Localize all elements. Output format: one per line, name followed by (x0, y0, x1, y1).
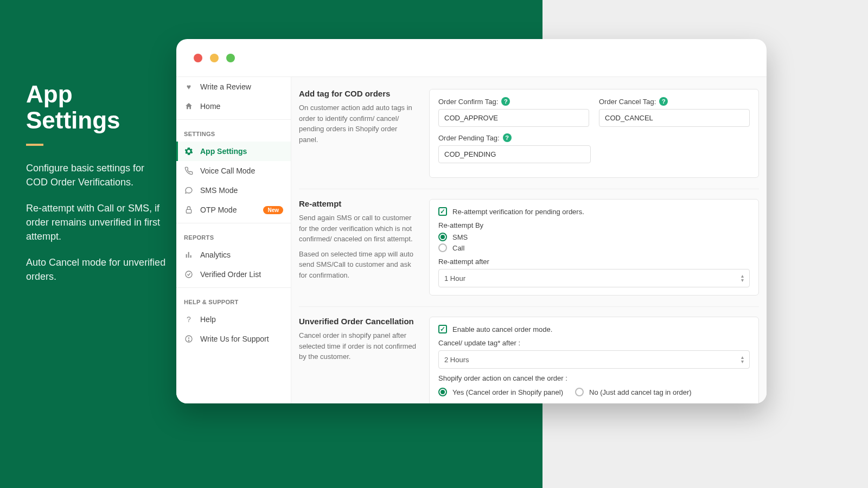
reattempt-by-label: Re-attempt By (438, 221, 750, 229)
reattempt-desc1: Send again SMS or call to customer for t… (299, 213, 418, 245)
nav-voice-call[interactable]: Voice Call Mode (176, 161, 291, 181)
radio-icon (438, 233, 447, 241)
radio-icon (438, 388, 447, 396)
hero-underline (26, 144, 43, 146)
heart-icon: ♥ (184, 82, 194, 92)
gear-icon (184, 146, 194, 156)
cancel-action-yes[interactable]: Yes (Cancel order in Shopify panel) (438, 388, 563, 396)
nav-verified-list[interactable]: Verified Order List (176, 265, 291, 284)
badge-new: New (263, 206, 283, 214)
section-tags: Add tag for COD orders On customer actio… (299, 82, 759, 189)
section-settings-title: SETTINGS (176, 123, 291, 142)
checkbox-icon (438, 325, 447, 333)
pending-tag-label: Order Pending Tag: ? (438, 133, 591, 142)
cancel-tag-label: Order Cancel Tag: ? (599, 97, 750, 106)
main-content: Add tag for COD orders On customer actio… (291, 77, 767, 403)
maximize-dot[interactable] (226, 54, 235, 62)
section-tags-title: Add tag for COD orders (299, 89, 418, 98)
exclaim-icon (184, 334, 194, 344)
app-body: ♥ Write a Review Home SETTINGS App Setti… (176, 77, 767, 403)
cancel-after-label: Cancel/ update tag* after : (438, 339, 750, 347)
chevron-updown-icon: ▴▾ (741, 274, 744, 282)
section-cancellation: Unverified Order Cancellation Cancel ord… (299, 306, 759, 403)
nav-app-settings[interactable]: App Settings (176, 142, 291, 161)
reattempt-by-sms[interactable]: SMS (438, 233, 750, 241)
cancel-action-label: Shopify order action on cancel the order… (438, 374, 750, 382)
radio-icon (575, 388, 584, 396)
close-dot[interactable] (194, 54, 202, 62)
reattempt-after-label: Re-attempt after (438, 258, 750, 266)
app-window: ♥ Write a Review Home SETTINGS App Setti… (176, 39, 767, 403)
sidebar: ♥ Write a Review Home SETTINGS App Setti… (176, 77, 291, 403)
sms-icon (184, 185, 194, 195)
nav-analytics[interactable]: Analytics (176, 245, 291, 265)
hero-p3: Auto Cancel mode for unverified orders. (26, 255, 167, 284)
section-reattempt: Re-attempt Send again SMS or call to cus… (299, 189, 759, 306)
info-icon[interactable]: ? (503, 133, 512, 142)
chevron-updown-icon: ▴▾ (741, 355, 744, 364)
svg-point-3 (188, 341, 189, 341)
section-reports-title: REPORTS (176, 227, 291, 245)
cancel-action-no[interactable]: No (Just add cancel tag in order) (575, 388, 692, 396)
minimize-dot[interactable] (210, 54, 219, 62)
nav-write-review[interactable]: ♥ Write a Review (176, 77, 291, 97)
reattempt-by-call[interactable]: Call (438, 243, 750, 252)
nav-help[interactable]: ? Help (176, 310, 291, 329)
svg-rect-0 (186, 209, 191, 213)
nav-otp-mode[interactable]: OTP Mode New (176, 200, 291, 220)
hero-p1: Configure basic settings for COD Order V… (26, 161, 167, 189)
check-list-icon (184, 269, 194, 279)
cancel-desc: Cancel order in shopify panel after sele… (299, 330, 418, 362)
reattempt-after-select[interactable]: 1 Hour ▴▾ (438, 269, 750, 287)
cancel-title: Unverified Order Cancellation (299, 317, 418, 326)
checkbox-icon (438, 207, 447, 216)
question-icon: ? (184, 314, 194, 324)
confirm-tag-label: Order Confirm Tag: ? (438, 97, 589, 106)
nav-write-support[interactable]: Write Us for Support (176, 329, 291, 349)
nav-sms-mode[interactable]: SMS Mode (176, 181, 291, 200)
hero-title: App Settings (26, 81, 167, 134)
section-tags-desc: On customer action add auto tags in orde… (299, 102, 418, 145)
lock-icon (184, 205, 194, 215)
section-help-title: HELP & SUPPORT (176, 291, 291, 310)
titlebar (176, 39, 767, 77)
cancel-after-select[interactable]: 2 Hours ▴▾ (438, 350, 750, 369)
cancel-tag-input[interactable] (599, 109, 750, 127)
cancel-checkbox[interactable]: Enable auto cancel order mode. (438, 325, 750, 333)
hero: App Settings Configure basic settings fo… (26, 81, 167, 296)
phone-icon (184, 166, 194, 176)
reattempt-checkbox[interactable]: Re-attempt verification for pending orde… (438, 207, 750, 216)
info-icon[interactable]: ? (501, 97, 510, 106)
reattempt-desc2: Based on selected time app will auto sen… (299, 249, 418, 281)
hero-p2: Re-attempt with Call or SMS, if order re… (26, 201, 167, 243)
info-icon[interactable]: ? (659, 97, 668, 106)
confirm-tag-input[interactable] (438, 109, 589, 127)
svg-point-1 (186, 271, 192, 278)
reattempt-title: Re-attempt (299, 199, 418, 208)
chart-icon (184, 250, 194, 260)
home-icon (184, 101, 194, 111)
nav-home[interactable]: Home (176, 97, 291, 116)
radio-icon (438, 243, 447, 252)
pending-tag-input[interactable] (438, 145, 591, 163)
